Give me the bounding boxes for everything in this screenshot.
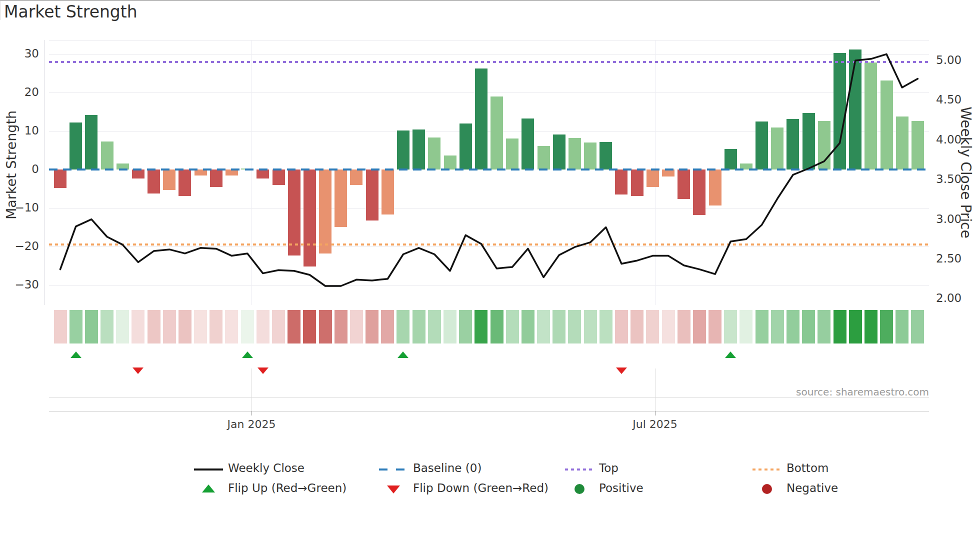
strength-bar — [132, 170, 144, 178]
strength-bar — [912, 121, 924, 170]
circle-icon — [574, 484, 584, 494]
dots-swatch — [565, 464, 594, 474]
strength-bar — [54, 170, 66, 188]
strength-bar — [288, 170, 300, 256]
line-swatch — [194, 464, 223, 474]
left-tick-label: 20 — [0, 86, 39, 98]
strength-bar — [490, 96, 503, 170]
triangle-up-icon — [202, 484, 215, 492]
weekly-close-line — [0, 0, 980, 551]
month-gridline-lower — [655, 368, 656, 411]
heatmap-cell — [474, 310, 488, 344]
heatmap-cell — [771, 310, 784, 344]
heatmap-cell — [319, 310, 332, 344]
heatmap-cell — [693, 310, 706, 344]
right-tick-label: 3.50 — [936, 172, 980, 186]
strength-bar — [818, 121, 830, 170]
heatmap-cell — [334, 310, 348, 344]
strength-bar — [584, 142, 596, 170]
strength-bar — [382, 170, 394, 214]
strength-bar — [693, 170, 706, 215]
x-tick-mark — [655, 411, 656, 416]
right-tick-label: 3.00 — [936, 212, 980, 226]
legend-label: Weekly Close — [228, 462, 304, 474]
flip-down-icon — [258, 368, 268, 374]
bottom-reference-line — [49, 244, 929, 246]
strength-bar — [101, 142, 114, 170]
strength-bar — [538, 146, 550, 170]
left-tick-label: −10 — [0, 201, 39, 214]
strength-bar — [864, 62, 877, 170]
heatmap-cell — [662, 310, 675, 344]
flip-up-icon — [70, 352, 82, 358]
flip-down-icon — [132, 368, 144, 374]
heatmap-cell — [54, 310, 67, 344]
strength-bar — [678, 170, 690, 199]
strength-bar — [506, 138, 518, 170]
strength-bar — [85, 115, 98, 170]
strength-bar — [568, 138, 581, 170]
heatmap-cell — [630, 310, 644, 344]
circle-icon — [762, 484, 772, 494]
heatmap-cell — [708, 310, 722, 344]
dots-glyph — [752, 468, 782, 470]
heatmap-cell — [818, 310, 830, 344]
heatmap-cell — [740, 310, 752, 344]
legend-label: Flip Up (Red→Green) — [228, 482, 346, 494]
heatmap-cell — [272, 310, 285, 344]
heatmap-cell — [849, 310, 862, 344]
heatmap-cell — [459, 310, 472, 344]
heatmap-cell — [85, 310, 98, 344]
gridline — [49, 208, 929, 208]
heatmap-cell — [210, 310, 222, 344]
chart-canvas: Market Strength Market Strength Weekly C… — [0, 0, 980, 551]
left-tick-label: 10 — [0, 124, 39, 137]
x-tick-label: Jan 2025 — [228, 418, 276, 430]
circle-swatch — [752, 484, 782, 494]
strength-bar — [646, 170, 659, 187]
heatmap-cell — [132, 310, 144, 344]
flip-down-icon — [616, 368, 627, 374]
heatmap-cell — [116, 310, 129, 344]
left-tick-label: −20 — [0, 240, 39, 252]
heatmap-cell — [70, 310, 82, 344]
heatmap-cell — [802, 310, 815, 344]
triangle-down-swatch — [379, 484, 408, 494]
marker-axis-tick — [0, 1, 0, 20]
dots-swatch — [752, 464, 782, 474]
legend-label: Positive — [599, 482, 644, 494]
strength-bar — [444, 156, 456, 170]
legend-label: Flip Down (Green→Red) — [413, 482, 548, 494]
strength-bar — [428, 138, 440, 170]
triangle-down-icon — [387, 486, 400, 494]
heatmap-cell — [366, 310, 378, 344]
heatmap-cell — [786, 310, 800, 344]
heatmap-cell — [646, 310, 659, 344]
heatmap-cell — [490, 310, 504, 344]
heatmap-cell — [241, 310, 254, 344]
strength-bar — [631, 170, 644, 196]
heatmap-cell — [584, 310, 597, 344]
strength-bar — [148, 170, 160, 194]
left-tick-label: 30 — [0, 47, 39, 60]
heatmap-cell — [303, 310, 316, 344]
strength-bar — [366, 170, 378, 220]
marker-axis-line — [0, 0, 880, 1]
chart-title: Market Strength — [4, 2, 138, 22]
strength-bar — [662, 170, 674, 176]
strength-bar — [334, 170, 347, 227]
right-tick-label: 5.00 — [936, 54, 980, 66]
gridline — [49, 92, 929, 93]
heatmap-cell — [552, 310, 566, 344]
strength-bar — [210, 170, 222, 187]
strength-bar — [163, 170, 176, 190]
strength-bar — [319, 170, 332, 254]
heatmap-cell — [381, 310, 394, 344]
bottom-axis-line — [49, 411, 929, 412]
heatmap-cell — [756, 310, 768, 344]
strength-bar — [771, 128, 784, 170]
left-spine — [44, 40, 45, 305]
heatmap-cell — [678, 310, 690, 344]
triangle-up-swatch — [194, 484, 223, 494]
x-tick-mark — [252, 411, 252, 416]
